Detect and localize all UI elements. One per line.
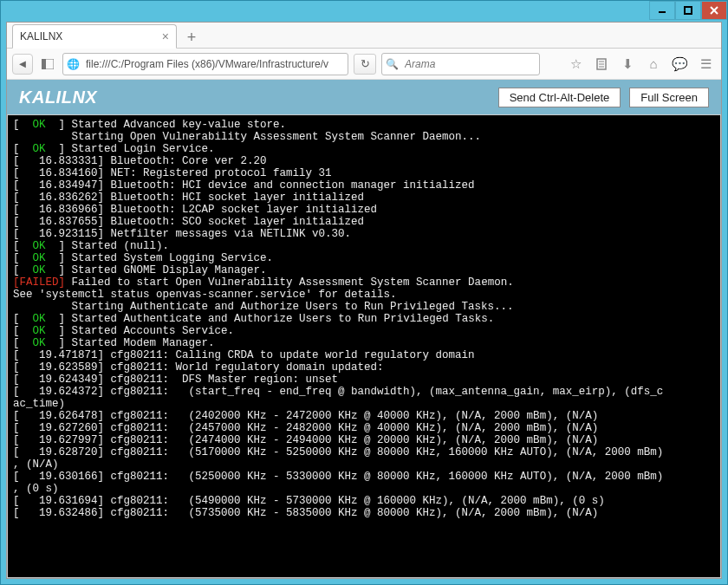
term-line: 19.624372] cfg80211: (start_freq - end_f… xyxy=(39,386,663,398)
term-line: 16.836966] Bluetooth: L2CAP socket layer… xyxy=(39,204,377,216)
term-line: , (N/A) xyxy=(13,458,59,471)
browser-frame: KALILNX × + ◄ 🌐 ↻ 🔍 ☆ ⬇ ⌂ 💬 ☰ xyxy=(6,22,722,579)
home-icon: ⌂ xyxy=(649,56,657,71)
term-line: Failed to start Open Vulnerability Asses… xyxy=(65,276,514,289)
chat-icon: 💬 xyxy=(672,56,688,72)
reload-icon: ↻ xyxy=(361,57,370,70)
term-line: 19.471871] cfg80211: Calling CRDA to upd… xyxy=(39,349,475,361)
svg-rect-5 xyxy=(42,59,46,69)
url-input[interactable] xyxy=(82,58,348,70)
back-button[interactable]: ◄ xyxy=(12,54,33,75)
term-line: 16.834160] NET: Registered protocol fami… xyxy=(39,167,332,179)
maximize-button[interactable] xyxy=(675,1,701,20)
vm-console-terminal[interactable]: [ OK ] Started Advanced key-value store.… xyxy=(7,114,721,578)
vm-name-label: KALILNX xyxy=(19,88,97,107)
search-icon: 🔍 xyxy=(382,58,401,70)
svg-rect-1 xyxy=(685,7,692,14)
term-line: 16.837655] Bluetooth: SCO socket layer i… xyxy=(39,216,364,228)
browser-tab[interactable]: KALILNX × xyxy=(12,24,177,49)
back-icon: ◄ xyxy=(17,57,29,70)
reading-list-button[interactable] xyxy=(591,54,612,75)
url-bar[interactable]: 🌐 xyxy=(62,53,348,75)
term-line: 19.627260] cfg80211: (2457000 KHz - 2482… xyxy=(39,422,598,434)
search-bar[interactable]: 🔍 xyxy=(381,53,540,75)
term-line: 19.623589] cfg80211: World regulatory do… xyxy=(39,361,384,374)
fullscreen-button[interactable]: Full Screen xyxy=(629,88,709,107)
reload-button[interactable]: ↻ xyxy=(354,54,376,75)
term-line: 19.632486] cfg80211: (5735000 KHz - 5835… xyxy=(39,507,598,519)
close-button[interactable] xyxy=(701,1,727,20)
term-line: , (0 s) xyxy=(13,483,59,495)
clipboard-icon xyxy=(596,58,607,70)
minimize-icon xyxy=(658,6,666,15)
new-tab-button[interactable]: + xyxy=(180,27,203,48)
menu-button[interactable]: ☰ xyxy=(695,54,716,75)
send-cad-button[interactable]: Send Ctrl-Alt-Delete xyxy=(498,88,621,107)
term-line: 19.626478] cfg80211: (2402000 KHz - 2472… xyxy=(39,410,598,422)
term-line: 19.627997] cfg80211: (2474000 KHz - 2494… xyxy=(39,434,598,446)
term-line: See 'systemctl status openvas-scanner.se… xyxy=(13,289,397,301)
tab-bar: KALILNX × + xyxy=(7,23,721,49)
term-line: Started Advanced key-value store. xyxy=(65,119,286,131)
minimize-button[interactable] xyxy=(649,1,675,20)
search-input[interactable] xyxy=(401,58,539,70)
downloads-button[interactable]: ⬇ xyxy=(617,54,638,75)
term-line: 19.628720] cfg80211: (5170000 KHz - 5250… xyxy=(39,446,663,458)
close-icon xyxy=(710,6,718,15)
tab-close-button[interactable]: × xyxy=(162,29,169,43)
term-line: 19.630166] cfg80211: (5250000 KHz - 5330… xyxy=(39,471,663,483)
maximize-icon xyxy=(684,6,692,15)
term-line: Starting Open Vulnerability Assessment S… xyxy=(13,131,481,143)
chat-button[interactable]: 💬 xyxy=(669,54,690,75)
term-line: Started Modem Manager. xyxy=(65,337,215,349)
globe-icon: 🌐 xyxy=(63,58,82,70)
bookmark-button[interactable]: ☆ xyxy=(565,54,586,75)
term-line: Started Login Service. xyxy=(65,143,215,155)
term-line: ac_time) xyxy=(13,398,65,410)
window-titlebar xyxy=(1,1,727,22)
term-line: Started (null). xyxy=(65,240,169,252)
term-line: 19.624349] cfg80211: DFS Master region: … xyxy=(39,374,338,386)
home-button[interactable]: ⌂ xyxy=(643,54,664,75)
vm-console-header: KALILNX Send Ctrl-Alt-Delete Full Screen xyxy=(7,80,721,114)
term-line: 16.923115] Netfilter messages via NETLIN… xyxy=(39,228,351,240)
browser-toolbar: ◄ 🌐 ↻ 🔍 ☆ ⬇ ⌂ 💬 ☰ xyxy=(7,49,721,80)
tab-title: KALILNX xyxy=(20,30,62,42)
term-line: 16.836262] Bluetooth: HCI socket layer i… xyxy=(39,192,364,204)
star-icon: ☆ xyxy=(570,56,582,72)
sidebar-toggle-button[interactable] xyxy=(38,55,57,74)
sidebar-icon xyxy=(42,59,54,69)
term-line: 16.833331] Bluetooth: Core ver 2.20 xyxy=(39,155,267,167)
download-icon: ⬇ xyxy=(622,56,634,72)
menu-icon: ☰ xyxy=(700,56,712,72)
term-line: 16.834947] Bluetooth: HCI device and con… xyxy=(39,179,475,192)
term-line: 19.631694] cfg80211: (5490000 KHz - 5730… xyxy=(39,495,605,507)
term-line: Started Accounts Service. xyxy=(65,325,234,337)
term-line: Started System Logging Service. xyxy=(65,252,273,264)
term-line: Starting Authenticate and Authorize User… xyxy=(13,301,514,313)
term-line: Started GNOME Display Manager. xyxy=(65,264,267,276)
term-line: Started Authenticate and Authorize Users… xyxy=(65,313,494,325)
os-window: KALILNX × + ◄ 🌐 ↻ 🔍 ☆ ⬇ ⌂ 💬 ☰ xyxy=(0,0,728,585)
